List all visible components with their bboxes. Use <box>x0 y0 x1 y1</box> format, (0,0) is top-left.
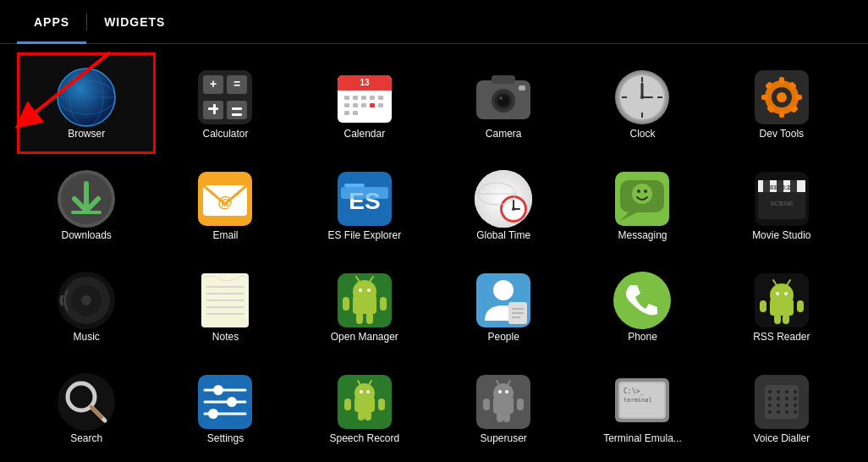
app-calculator[interactable]: + = Calculator <box>156 52 294 154</box>
svg-rect-157 <box>358 410 365 421</box>
svg-rect-161 <box>493 397 514 414</box>
svg-rect-40 <box>519 85 525 91</box>
svg-rect-27 <box>344 103 349 107</box>
settings-label: Settings <box>207 432 244 444</box>
svg-rect-156 <box>378 399 385 410</box>
app-voice-dialler[interactable]: Voice Dialler <box>712 357 851 459</box>
app-movie-studio[interactable]: 03:06:29 SCENE Movie Studio <box>712 154 851 256</box>
svg-point-181 <box>768 397 772 400</box>
app-messaging[interactable]: Messaging <box>573 154 711 256</box>
svg-rect-135 <box>774 314 781 324</box>
svg-rect-15 <box>232 107 242 110</box>
svg-rect-118 <box>366 312 373 324</box>
svg-point-112 <box>367 289 371 292</box>
app-rss-reader[interactable]: RSS Reader <box>712 256 851 357</box>
messaging-label: Messaging <box>618 229 667 241</box>
app-global-time[interactable]: Global Time <box>434 154 573 256</box>
app-devtools[interactable]: Dev Tools <box>712 52 851 154</box>
svg-point-188 <box>794 404 797 407</box>
app-open-manager[interactable]: Open Manager <box>295 256 434 357</box>
svg-point-129 <box>776 292 779 295</box>
svg-text:03:06:29: 03:06:29 <box>770 184 794 190</box>
svg-point-163 <box>505 390 508 393</box>
svg-text:13: 13 <box>360 78 370 87</box>
svg-rect-35 <box>492 75 515 84</box>
svg-rect-110 <box>353 295 376 314</box>
app-speech-record[interactable]: Speech Record <box>295 357 434 459</box>
app-superuser[interactable]: Superuser <box>434 357 573 459</box>
app-es-file-explorer[interactable]: ES ES File Explorer <box>295 154 434 256</box>
svg-rect-23 <box>353 96 358 100</box>
browser-label: Browser <box>68 128 105 140</box>
speech-record-label: Speech Record <box>329 432 399 444</box>
clock-label: Clock <box>629 128 655 140</box>
svg-point-143 <box>213 385 223 395</box>
app-clock[interactable]: Clock <box>573 52 711 154</box>
app-grid: Browser + = Calculator 13 <box>0 44 868 462</box>
svg-point-55 <box>777 92 787 102</box>
svg-rect-128 <box>770 299 794 316</box>
svg-rect-150 <box>354 397 375 412</box>
svg-point-101 <box>81 295 91 305</box>
svg-point-191 <box>785 410 788 414</box>
svg-text:SCENE: SCENE <box>770 200 794 207</box>
svg-rect-117 <box>356 312 363 324</box>
app-browser[interactable]: Browser <box>17 52 156 154</box>
svg-point-184 <box>794 397 797 400</box>
svg-rect-93 <box>763 180 770 192</box>
app-people[interactable]: People <box>434 256 573 357</box>
app-settings[interactable]: Settings <box>156 357 294 459</box>
svg-point-111 <box>359 289 362 292</box>
svg-rect-168 <box>497 412 503 422</box>
svg-point-81 <box>512 207 515 211</box>
app-downloads[interactable]: Downloads <box>17 154 156 256</box>
app-camera[interactable]: Camera <box>434 52 573 154</box>
people-label: People <box>487 331 519 343</box>
svg-rect-26 <box>378 96 383 100</box>
app-music[interactable]: Music <box>17 256 156 357</box>
svg-text:terminal: terminal <box>624 397 652 404</box>
svg-rect-58 <box>761 95 768 100</box>
search-label: Search <box>70 432 102 444</box>
svg-rect-17 <box>213 104 216 114</box>
svg-point-177 <box>768 390 772 393</box>
svg-rect-28 <box>353 103 358 107</box>
es-file-explorer-label: ES File Explorer <box>327 229 401 241</box>
svg-point-178 <box>777 390 780 393</box>
movie-studio-label: Movie Studio <box>752 229 810 241</box>
svg-rect-73 <box>344 184 365 187</box>
tab-apps[interactable]: APPS <box>17 0 86 44</box>
voice-dialler-label: Voice Dialler <box>753 432 810 444</box>
svg-rect-59 <box>795 95 802 100</box>
svg-rect-115 <box>343 297 349 311</box>
svg-rect-56 <box>779 77 784 84</box>
svg-rect-33 <box>353 111 358 115</box>
app-notes[interactable]: Notes <box>156 256 294 357</box>
svg-point-192 <box>794 410 797 414</box>
svg-point-185 <box>768 404 772 407</box>
app-calendar[interactable]: 13 Calendar <box>295 52 434 154</box>
svg-point-51 <box>640 96 644 99</box>
svg-point-151 <box>360 390 363 393</box>
app-search[interactable]: Search <box>17 357 156 459</box>
phone-label: Phone <box>628 331 657 343</box>
svg-rect-31 <box>378 103 383 107</box>
devtools-label: Dev Tools <box>760 128 804 140</box>
svg-rect-32 <box>344 111 349 115</box>
tab-widgets[interactable]: WIDGETS <box>87 0 182 44</box>
svg-point-87 <box>632 184 652 204</box>
app-phone[interactable]: Phone <box>573 256 711 357</box>
svg-rect-30 <box>370 103 375 107</box>
svg-point-145 <box>227 397 237 407</box>
app-terminal-emulator[interactable]: C:\>_ terminal Terminal Emula... <box>573 357 711 459</box>
svg-point-39 <box>499 96 503 100</box>
app-email[interactable]: @ Email <box>156 154 294 256</box>
svg-point-137 <box>58 373 115 431</box>
svg-point-120 <box>493 280 514 300</box>
svg-point-180 <box>794 390 797 393</box>
svg-point-89 <box>644 190 647 193</box>
svg-point-179 <box>785 390 788 393</box>
notes-label: Notes <box>212 331 239 343</box>
svg-rect-133 <box>760 300 766 312</box>
svg-rect-134 <box>797 300 804 312</box>
